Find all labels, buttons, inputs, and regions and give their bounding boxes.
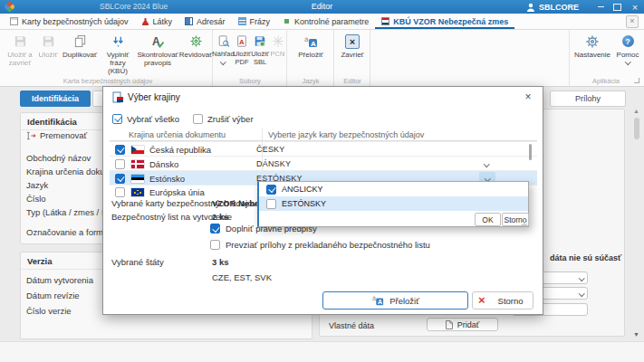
field-label: Dátum vytvorenia [26,275,93,285]
scrollbar-up-arrow[interactable]: ▲ [633,108,639,114]
ribbon-group-editor: × Zavrieť Editor [335,30,370,86]
cancel-button[interactable]: × Storno [472,291,533,310]
table-row[interactable]: Česká republika ČESKY [110,141,537,157]
section-tab-prilohy[interactable]: Prílohy [550,90,626,107]
svg-text:á: á [372,295,376,301]
dialog-title: Výber krajiny [128,92,180,102]
title-bar: SBLCore 2024 Blue Editor SBLCORE × [0,0,644,14]
panel-collapse-arrow[interactable]: ▼ [633,331,639,338]
sbl-save-icon [254,33,266,49]
close-button[interactable]: × [628,0,642,14]
language-combo-chevron[interactable] [478,157,495,171]
cancel-x-icon: × [478,296,485,305]
select-all-button[interactable]: Vybrať všetko [112,111,179,126]
rename-icon [26,131,36,140]
spellcheck-icon: A [150,33,165,49]
minimize-button[interactable] [593,0,608,14]
tab-label: KBÚ VZOR Nebezpečná zmes [393,17,508,26]
maximize-button[interactable] [610,0,624,14]
help-icon: ? [622,33,634,49]
ribbon-group-label: Aplikácia [570,77,642,85]
status-bar [0,341,644,362]
language-dropdown: ANGLICKY ESTÓNSKY OK Storno [257,181,529,227]
table-row[interactable]: Dánsko DÁNSKY [110,156,537,171]
clear-selection-button[interactable]: Zrušiť výber [193,111,254,126]
option-checkbox[interactable] [266,185,276,195]
close-editor-icon: × [345,33,360,49]
tab-label: Látky [153,17,173,26]
resize-grip[interactable] [522,220,527,225]
add-custom-data-button[interactable]: Pridať [427,318,498,331]
rename-button[interactable]: Premenovať [26,130,87,140]
tab-label: Adresár [197,17,226,26]
tab-kbu-vzor-nebezpecna-zmes[interactable]: KBÚ VZOR Nebezpečná zmes [375,14,514,29]
preview-icon [217,33,230,49]
help-dropdown-chevron-icon [625,59,630,64]
field-label: Dátum revízie [26,291,80,300]
fill-phrases-button[interactable]: Vyplniť frázy (KBÚ) [100,30,136,75]
tab-close-icon[interactable]: × [626,15,639,28]
save-pdf-button[interactable]: A Uložiť PDF [233,30,251,66]
option-checkbox[interactable] [266,199,276,209]
revise-button[interactable]: Revidovať [179,30,212,59]
dialog-country-icon [111,91,124,104]
spellcheck-button[interactable]: A Skontrolovať pravopis [136,30,179,67]
settings-button[interactable]: Nastavenie [571,30,614,59]
close-editor-button[interactable]: × Zavrieť [336,30,369,59]
ribbon-group-aplikacia: Nastavenie ? Pomoc Aplikácia [569,30,642,86]
group-expander-icon[interactable] [634,78,639,83]
flag-estonia-icon [131,175,144,183]
svg-text:A: A [239,38,245,46]
pcn-button: PCN [269,30,286,59]
tab-kontrolne-parametre[interactable]: Kontrolné parametre [276,14,375,29]
flag-denmark-icon [131,160,144,168]
ribbon: Uložiť a zavrieť Uložiť Duplikovať [0,30,644,87]
row-checkbox[interactable] [115,187,125,197]
preview-dropdown-chevron-icon [220,59,226,64]
help-button[interactable]: ? Pomoc [614,30,641,64]
dropdown-ok-button[interactable]: OK [475,213,501,226]
svg-text:A: A [311,39,316,47]
field-label: Číslo verzie [26,306,72,316]
clear-selection-icon [193,114,203,124]
dropdown-option-anglicky[interactable]: ANGLICKY [259,182,528,196]
field-label: Označovanie a formát [26,227,111,237]
translate-icon: áA [371,294,384,307]
ribbon-group-label: Editor [335,77,370,85]
row-checkbox[interactable] [115,159,125,169]
pdf-icon: A [235,33,248,49]
svg-text:A: A [378,299,382,305]
add-legal-checkbox[interactable] [210,224,220,233]
account-button[interactable]: SBLCORE [526,0,579,14]
dropdown-option-estonsky[interactable]: ESTÓNSKY [259,196,528,211]
tab-karty-bezpecnostnych-udajov[interactable]: Karty bezpečnostných údajov [4,14,135,29]
save-sbl-button[interactable]: Uložiť SBL [251,30,269,66]
ribbon-group-subory: Náhľad A Uložiť PDF Uložiť SBL [214,30,287,86]
section-tab-identifikacia[interactable]: Identifikácia [20,90,91,107]
sheets-value: 2 ks [212,212,229,222]
flag-czech-republic-icon [131,146,144,154]
table-scrollbar-thumb[interactable] [529,144,532,160]
scrollbar-thumb[interactable] [634,118,639,139]
dialog-close-icon[interactable]: × [522,90,534,103]
translate-button[interactable]: áA Přeložiť [290,30,332,59]
flag-european-union-icon [131,188,144,196]
tab-frazy[interactable]: Frázy [232,14,277,29]
tab-adresar[interactable]: Adresár [178,14,232,29]
take-attachments-checkbox[interactable] [210,240,220,250]
field-label: Obchodný názov [26,153,91,163]
control-parameters-icon [283,17,291,25]
duplicate-button[interactable]: Duplikovať [60,30,100,59]
preview-button[interactable]: Náhľad [214,30,233,63]
ribbon-group-label: Súbory [214,77,286,85]
states-label: Vybrané štáty [111,257,164,267]
take-attachments-checkbox-row[interactable]: Prevziať prílohy z prekladaného bezpečno… [210,240,430,250]
row-checkbox[interactable] [115,145,125,155]
translate-confirm-button[interactable]: áA Přeložiť [322,291,468,310]
row-checkbox[interactable] [115,174,125,184]
tab-latky[interactable]: Látky [135,14,179,29]
sds-card-icon [10,17,18,25]
ribbon-group-label: Jazyk [288,77,333,85]
settings-gear-icon [585,33,600,49]
ribbon-group-karta: Uložiť a zavrieť Uložiť Duplikovať [4,30,213,86]
